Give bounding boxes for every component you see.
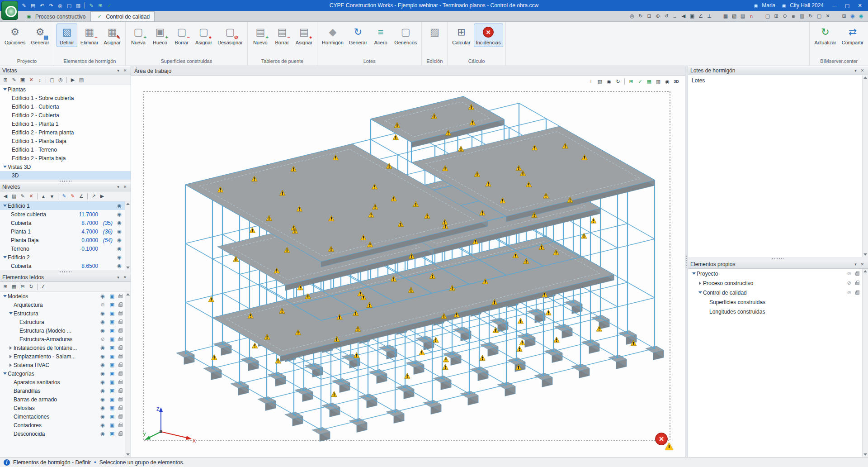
read-item-estructura[interactable]: Estructura◉▣ xyxy=(0,318,125,326)
lock-icon[interactable] xyxy=(118,347,123,350)
own-item-longitudes-construidas[interactable]: Longitudes construidas xyxy=(688,307,862,316)
paint-blue-icon[interactable]: ✎ xyxy=(60,192,68,200)
update-view-icon[interactable]: ↻ xyxy=(807,12,815,20)
eye-icon[interactable]: ◉ xyxy=(99,318,107,326)
delete-view-icon[interactable]: ✕ xyxy=(27,76,35,84)
ribbon-button-asignar[interactable]: ▦✎Asignar xyxy=(102,24,123,47)
globe-teal-icon[interactable]: ◉ xyxy=(857,12,865,20)
view-item-edificio-1-planta-1[interactable]: Edificio 1 - Planta 1 xyxy=(0,119,131,128)
expander-right-icon[interactable] xyxy=(8,353,14,359)
ribbon-button-nuevo[interactable]: ▤+Nuevo xyxy=(250,24,271,47)
eye-icon[interactable]: ◉ xyxy=(99,421,107,429)
close-panel-icon[interactable]: ✕ xyxy=(859,67,866,74)
lock-icon[interactable] xyxy=(855,291,859,295)
view-item-edificio-1-sobre-cubierta[interactable]: Edificio 1 - Sobre cubierta xyxy=(0,94,131,102)
window-view-icon[interactable]: ▢ xyxy=(48,76,56,84)
eye-off-icon[interactable]: ⊘ xyxy=(845,289,853,297)
expand-tree-icon[interactable]: ⊞ xyxy=(1,283,9,291)
eye-icon[interactable]: ◉ xyxy=(99,387,107,395)
expander-down-icon[interactable] xyxy=(697,290,703,295)
collapse-panel-icon[interactable]: ▾ xyxy=(115,67,122,74)
scroll-right-icon[interactable]: ▶ xyxy=(98,192,106,200)
minimize-icon[interactable]: — xyxy=(828,0,841,10)
lock-icon[interactable] xyxy=(118,433,123,436)
close-panel-icon[interactable]: ✕ xyxy=(122,274,128,281)
level-row-planta-baja[interactable]: Planta Baja0.0000(54)◉ xyxy=(0,236,125,244)
ribbon-button-edition[interactable]: ▨ xyxy=(424,24,445,47)
lock-icon[interactable] xyxy=(118,304,123,307)
paint-red-icon[interactable]: ✎ xyxy=(69,192,77,200)
edit-view-icon[interactable]: ✎ xyxy=(10,76,18,84)
undo-icon[interactable]: ↶ xyxy=(38,1,46,10)
redo-icon[interactable]: ↷ xyxy=(47,1,55,10)
lock-icon[interactable] xyxy=(118,329,123,333)
frame-icon[interactable]: ▢ xyxy=(764,12,772,20)
view-item-edificio-1-planta-baja[interactable]: Edificio 1 - Planta Baja xyxy=(0,137,131,145)
read-item-aparatos-sanitarios[interactable]: Aparatos sanitarios◉▣ xyxy=(0,378,125,386)
link-level-icon[interactable]: ↗ xyxy=(90,192,98,200)
eye-icon[interactable]: ◉ xyxy=(115,262,123,270)
column-grid-icon[interactable]: ▥ xyxy=(798,12,806,20)
window-layout-icon[interactable]: ⊞ xyxy=(840,12,848,20)
close-panel-icon[interactable]: ✕ xyxy=(122,184,128,191)
eye-icon[interactable]: ◉ xyxy=(99,292,107,300)
vistas-panel-header[interactable]: Vistas ▾✕ xyxy=(0,66,131,75)
viewport-3d[interactable]: ⊥▧◉↻⊞✓▦▥◉3D Z X Y ✕ xyxy=(131,76,685,457)
lock-icon[interactable] xyxy=(118,321,123,324)
eye-icon[interactable]: ◉ xyxy=(99,404,107,412)
cube-icon[interactable]: ▣ xyxy=(108,361,116,369)
orbit-icon[interactable]: ↻ xyxy=(637,12,645,20)
export-view-icon[interactable]: ▶ xyxy=(69,76,77,84)
duplicate-view-icon[interactable]: ▣ xyxy=(19,76,27,84)
cube-icon[interactable]: ▣ xyxy=(108,310,116,318)
read-item-cimentaciones[interactable]: Cimentaciones◉▣ xyxy=(0,412,125,421)
read-item-arquitectura[interactable]: Arquitectura⊘▣ xyxy=(0,300,125,309)
cube-icon[interactable]: ▣ xyxy=(108,404,116,412)
expander-down-icon[interactable] xyxy=(2,164,8,170)
new-view-icon[interactable]: ⊞ xyxy=(1,76,9,84)
nanocad-icon[interactable]: n xyxy=(747,12,755,20)
restore-icon[interactable]: ▢ xyxy=(841,0,854,10)
eye-icon[interactable]: ◉ xyxy=(115,253,123,262)
read-item-celosias[interactable]: Celosías◉▣ xyxy=(0,404,125,412)
grid-tree-icon[interactable]: ⊟ xyxy=(19,283,27,291)
ribbon-button-asignar[interactable]: ▢●Asignar xyxy=(193,24,214,47)
level-row-terreno[interactable]: Terreno-0.1000◉ xyxy=(0,244,125,253)
check-green-icon[interactable]: ✓ xyxy=(636,77,644,86)
tab-process-icon[interactable]: ◉ xyxy=(25,13,33,21)
annotate-green-icon[interactable]: ✎ xyxy=(87,1,95,10)
collapse-panel-icon[interactable]: ▾ xyxy=(115,184,122,191)
view3d-icon[interactable]: 3D xyxy=(672,77,680,86)
lock-icon[interactable] xyxy=(118,338,123,341)
lock-icon[interactable] xyxy=(118,398,123,401)
eye-icon[interactable]: ◉ xyxy=(99,353,107,361)
collapse-panel-icon[interactable]: ▾ xyxy=(852,261,859,268)
cube-icon[interactable]: ▣ xyxy=(108,387,116,395)
niveles-scrollbar[interactable] xyxy=(125,201,131,270)
lock-icon[interactable] xyxy=(118,390,123,393)
level-row-cubierta[interactable]: Cubierta8.7000(35)◉ xyxy=(0,219,125,227)
eye-icon[interactable]: ◉ xyxy=(115,236,123,244)
delete-level-icon[interactable]: ✕ xyxy=(27,192,35,200)
eye-off-icon[interactable]: ⊘ xyxy=(99,335,107,343)
ribbon-button-acero[interactable]: ≡Acero xyxy=(370,24,391,47)
full-view-icon[interactable]: ▣ xyxy=(688,12,696,20)
cube-icon[interactable]: ▣ xyxy=(108,292,116,300)
read-item-estructura[interactable]: Estructura◉▣ xyxy=(0,309,125,318)
lotes-label[interactable]: Lotes xyxy=(688,75,862,86)
measure-icon[interactable]: ∠ xyxy=(697,12,705,20)
cube-icon[interactable]: ▣ xyxy=(108,318,116,326)
error-indicator[interactable]: ✕ xyxy=(655,433,674,450)
expander-down-icon[interactable] xyxy=(2,203,8,209)
eye-icon[interactable]: ◉ xyxy=(99,361,107,369)
read-item-contadores[interactable]: Contadores◉▣ xyxy=(0,421,125,429)
expander-down-icon[interactable] xyxy=(2,254,8,260)
measure-level-icon[interactable]: ∠ xyxy=(77,192,85,200)
user-globe-icon[interactable]: ◉ xyxy=(752,1,760,10)
cube-icon[interactable]: ▣ xyxy=(108,335,116,343)
lock-icon[interactable] xyxy=(118,415,123,419)
ribbon-button-asignar[interactable]: ▤●Asignar xyxy=(293,24,315,47)
read-item-emplazamiento-salam[interactable]: Emplazamiento - Salam...◉▣ xyxy=(0,352,125,361)
cube-icon[interactable]: ▣ xyxy=(108,370,116,378)
globe-blue-icon[interactable]: ◉ xyxy=(849,12,857,20)
